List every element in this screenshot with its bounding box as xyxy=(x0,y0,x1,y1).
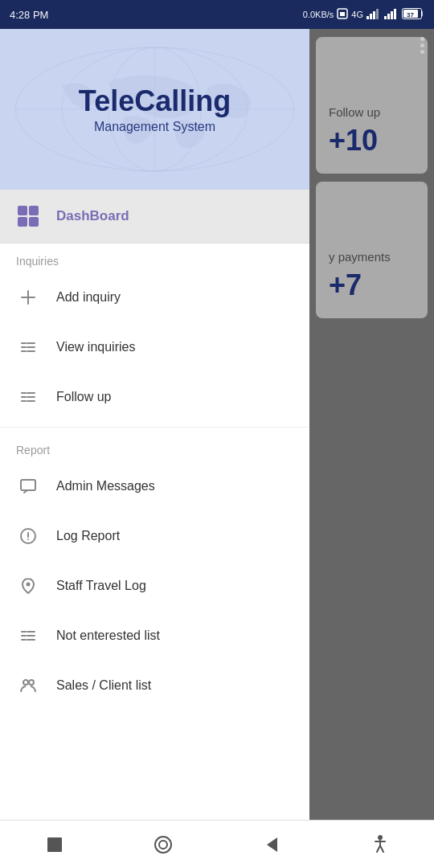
carrier: 4G xyxy=(351,10,363,19)
sales-client-item[interactable]: Sales / Client list xyxy=(0,661,309,710)
svg-point-36 xyxy=(27,583,31,587)
svg-rect-6 xyxy=(384,16,387,19)
view-inquiries-item[interactable]: View inquiries xyxy=(0,322,309,372)
svg-rect-45 xyxy=(47,837,62,852)
svg-rect-1 xyxy=(340,12,345,16)
follow-up-card-value: +10 xyxy=(329,124,415,158)
svg-point-44 xyxy=(29,680,34,685)
dashboard-icon xyxy=(16,204,40,228)
dashboard-label: DashBoard xyxy=(56,208,129,224)
chat-icon xyxy=(16,474,40,498)
staff-travel-log-label: Staff Travel Log xyxy=(56,579,146,593)
not-interested-item[interactable]: Not enterested list xyxy=(0,611,309,661)
svg-rect-5 xyxy=(376,9,379,19)
add-inquiry-item[interactable]: Add inquiry xyxy=(0,272,309,322)
svg-point-35 xyxy=(27,538,29,540)
view-inquiries-label: View inquiries xyxy=(56,340,135,354)
main-layout: TeleCalling Management System DashBoard … xyxy=(0,29,434,868)
follow-up-card: Follow up +10 xyxy=(316,37,428,174)
sidebar: TeleCalling Management System DashBoard … xyxy=(0,29,309,868)
sales-client-label: Sales / Client list xyxy=(56,678,151,693)
follow-up-label: Follow up xyxy=(56,390,111,404)
bottom-navigation xyxy=(0,820,434,868)
svg-text:37: 37 xyxy=(407,11,414,18)
dashboard-menu-item[interactable]: DashBoard xyxy=(0,190,309,244)
add-inquiry-label: Add inquiry xyxy=(56,290,121,305)
logo-text: TeleCalling Management System xyxy=(79,84,231,134)
stop-button[interactable] xyxy=(35,825,75,865)
svg-point-47 xyxy=(159,841,167,849)
svg-point-43 xyxy=(23,680,28,685)
svg-rect-2 xyxy=(366,16,369,19)
home-button[interactable] xyxy=(143,825,183,865)
svg-rect-9 xyxy=(394,9,396,19)
report-section-header: Report xyxy=(0,432,309,461)
app-subtitle: Management System xyxy=(79,120,231,134)
not-interested-label: Not enterested list xyxy=(56,628,160,643)
battery: 37 xyxy=(402,8,424,21)
svg-rect-8 xyxy=(391,11,393,19)
follow-up-item[interactable]: Follow up xyxy=(0,372,309,422)
staff-travel-log-item[interactable]: Staff Travel Log xyxy=(0,561,309,611)
right-panel: Follow up +10 y payments +7 xyxy=(309,29,434,868)
divider-1 xyxy=(0,427,309,428)
plus-icon xyxy=(16,285,40,309)
svg-rect-7 xyxy=(387,14,390,19)
time: 4:28 PM xyxy=(10,9,48,21)
network-type xyxy=(337,8,348,21)
svg-marker-48 xyxy=(267,837,277,852)
payments-card-label: y payments xyxy=(329,250,415,264)
app-title: TeleCalling xyxy=(79,84,231,118)
exclamation-icon xyxy=(16,524,40,548)
svg-line-53 xyxy=(380,845,383,852)
svg-rect-3 xyxy=(370,14,372,19)
signal-bars-2 xyxy=(384,8,399,21)
overflow-menu[interactable] xyxy=(420,37,424,54)
payments-card-value: +7 xyxy=(329,268,415,302)
follow-up-card-label: Follow up xyxy=(329,105,415,119)
location-icon xyxy=(16,574,40,598)
svg-point-46 xyxy=(155,837,171,853)
logo-area: TeleCalling Management System xyxy=(0,29,309,190)
admin-messages-item[interactable]: Admin Messages xyxy=(0,461,309,511)
back-button[interactable] xyxy=(252,825,292,865)
list-icon-follow xyxy=(16,385,40,409)
log-report-label: Log Report xyxy=(56,529,120,543)
people-icon xyxy=(16,674,40,698)
status-bar: 4:28 PM 0.0KB/s 4G xyxy=(0,0,434,29)
payments-card: y payments +7 xyxy=(316,182,428,318)
svg-rect-32 xyxy=(21,480,35,490)
admin-messages-label: Admin Messages xyxy=(56,479,155,493)
log-report-item[interactable]: Log Report xyxy=(0,511,309,561)
svg-rect-4 xyxy=(373,11,375,19)
status-icons: 0.0KB/s 4G xyxy=(303,8,424,21)
network-speed: 0.0KB/s xyxy=(303,10,334,19)
signal-bars xyxy=(366,8,381,21)
list-icon-not-interested xyxy=(16,624,40,648)
list-icon-view xyxy=(16,335,40,359)
svg-line-52 xyxy=(377,845,380,852)
inquiries-section-header: Inquiries xyxy=(0,244,309,272)
accessibility-button[interactable] xyxy=(360,825,400,865)
